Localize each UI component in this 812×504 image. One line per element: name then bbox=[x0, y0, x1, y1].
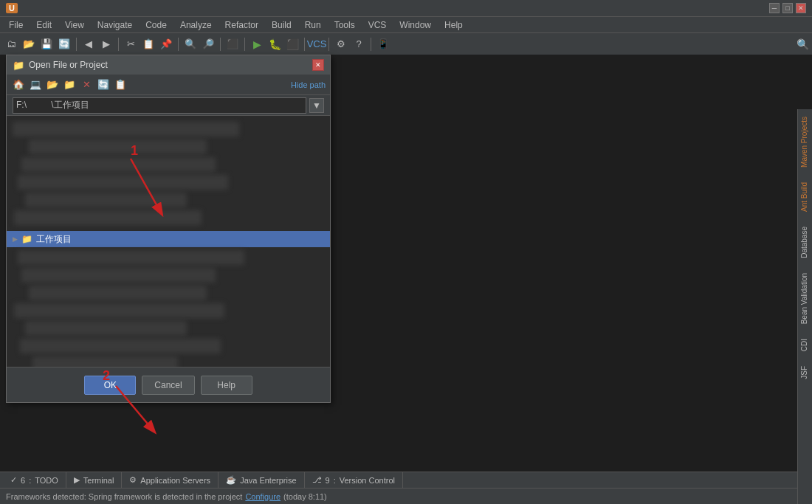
dialog-file-tree[interactable]: ▶ 📁 工作项目 bbox=[7, 116, 330, 367]
blur-row-7 bbox=[18, 250, 244, 265]
tab-java-enterprise[interactable]: ☕ Java Enterprise bbox=[219, 472, 304, 489]
new-project-button[interactable]: 🗂 bbox=[3, 36, 19, 52]
blur-row-9 bbox=[29, 286, 207, 300]
version-control-icon: ⎇ bbox=[312, 475, 322, 485]
close-button[interactable]: ✕ bbox=[796, 3, 806, 13]
blur-row-13 bbox=[32, 356, 178, 367]
tab-todo-text: TODO bbox=[35, 476, 58, 485]
dialog-desktop-button[interactable]: 💻 bbox=[28, 77, 43, 92]
replace-button[interactable]: 🔎 bbox=[200, 36, 216, 52]
tab-terminal[interactable]: ▶ Terminal bbox=[66, 472, 123, 489]
dialog-toolbar-left: 🏠 💻 📂 📁 ✕ 🔄 📋 bbox=[11, 77, 128, 92]
toolbar-separator5 bbox=[244, 38, 245, 51]
help-button[interactable]: ? bbox=[351, 36, 367, 52]
menu-help[interactable]: Help bbox=[438, 18, 469, 32]
title-bar-controls[interactable]: ─ □ ✕ bbox=[769, 3, 806, 13]
settings-button[interactable]: ⚙ bbox=[333, 36, 349, 52]
vtab-bean-validation[interactable]: Bean Validation bbox=[798, 266, 812, 331]
menu-build[interactable]: Build bbox=[266, 18, 297, 32]
menu-edit[interactable]: Edit bbox=[30, 18, 58, 32]
toolbar-separator8 bbox=[371, 38, 371, 51]
minimize-button[interactable]: ─ bbox=[769, 3, 780, 13]
tab-app-servers[interactable]: ⚙ Application Servers bbox=[122, 472, 219, 489]
title-bar: U ─ □ ✕ bbox=[0, 0, 812, 16]
menu-vcs[interactable]: VCS bbox=[362, 18, 393, 32]
copy-button[interactable]: 📋 bbox=[140, 36, 156, 52]
blur-row-5 bbox=[25, 193, 187, 207]
menu-refactor[interactable]: Refactor bbox=[219, 18, 264, 32]
dialog-ok-button[interactable]: OK bbox=[84, 376, 136, 395]
vtab-jsf[interactable]: JSF bbox=[798, 359, 812, 387]
maximize-button[interactable]: □ bbox=[782, 3, 793, 13]
status-message: Frameworks detected: Spring framework is… bbox=[6, 492, 242, 501]
forward-button[interactable]: ▶ bbox=[98, 36, 114, 52]
save-button[interactable]: 💾 bbox=[38, 36, 55, 52]
back-button[interactable]: ◀ bbox=[80, 36, 97, 52]
dialog-refresh-button[interactable]: 🔄 bbox=[96, 77, 111, 92]
blur-row-4 bbox=[18, 175, 228, 190]
dialog-delete-button[interactable]: ✕ bbox=[79, 77, 94, 92]
dialog-buttons: OK Cancel Help bbox=[7, 367, 330, 402]
tab-terminal-label: Terminal bbox=[83, 476, 114, 485]
dialog-toggle-button[interactable]: 📋 bbox=[113, 77, 128, 92]
dialog-close-button[interactable]: ✕ bbox=[312, 59, 324, 71]
open-dialog: 📁 Open File or Project ✕ 🏠 💻 📂 📁 ✕ 🔄 📋 H… bbox=[6, 55, 331, 403]
status-configure-link[interactable]: Configure bbox=[245, 492, 281, 501]
vtab-maven[interactable]: Maven Projects bbox=[798, 109, 812, 175]
dialog-title-text: Open File or Project bbox=[29, 60, 108, 70]
dialog-path-browse-button[interactable]: ▼ bbox=[309, 98, 324, 113]
terminal-icon: ▶ bbox=[74, 475, 80, 485]
blur-row-8 bbox=[21, 268, 216, 283]
menu-navigate[interactable]: Navigate bbox=[92, 18, 138, 32]
run-button[interactable]: ▶ bbox=[249, 36, 265, 52]
dialog-hide-path-label[interactable]: Hide path bbox=[291, 80, 326, 89]
sync-button[interactable]: 🔄 bbox=[56, 36, 72, 52]
dialog-help-button[interactable]: Help bbox=[201, 376, 252, 395]
tab-vc-num: 9 bbox=[326, 476, 330, 485]
search-button[interactable]: 🔍 bbox=[182, 36, 199, 52]
toolbar-separator3 bbox=[178, 38, 179, 51]
dialog-cancel-button[interactable]: Cancel bbox=[142, 376, 194, 395]
dialog-folder-icon: 📁 bbox=[13, 60, 24, 71]
tab-todo[interactable]: ✓ 6: TODO bbox=[3, 472, 66, 489]
vtab-ant[interactable]: Ant Build bbox=[798, 175, 812, 219]
android-button[interactable]: 📱 bbox=[375, 36, 391, 52]
blur-row-2 bbox=[29, 139, 207, 154]
menu-code[interactable]: Code bbox=[140, 18, 173, 32]
title-bar-icon: U bbox=[6, 3, 18, 13]
tree-item-gongzuoxiangmu[interactable]: ▶ 📁 工作项目 bbox=[7, 231, 330, 247]
open-button[interactable]: 📂 bbox=[21, 36, 37, 52]
dialog-home-button[interactable]: 🏠 bbox=[11, 77, 26, 92]
dialog-path-bar: ▼ bbox=[7, 95, 330, 116]
toolbar-separator7 bbox=[328, 38, 329, 51]
toolbar-separator4 bbox=[220, 38, 221, 51]
toolbar-separator bbox=[76, 38, 77, 51]
todo-icon: ✓ bbox=[10, 475, 17, 485]
tab-version-control[interactable]: ⎇ 9: Version Control bbox=[305, 472, 403, 489]
status-time: (today 8:11) bbox=[283, 492, 327, 501]
dialog-title-left: 📁 Open File or Project bbox=[13, 60, 108, 71]
vcs-update-button[interactable]: VCS bbox=[309, 36, 325, 52]
paste-button[interactable]: 📌 bbox=[158, 36, 174, 52]
stop-button[interactable]: ⬛ bbox=[284, 36, 300, 52]
vtab-cdi[interactable]: CDI bbox=[798, 331, 812, 359]
menu-window[interactable]: Window bbox=[393, 18, 437, 32]
toolbar-search-button[interactable]: 🔍 bbox=[796, 38, 809, 50]
dialog-path-input[interactable] bbox=[13, 97, 306, 114]
menu-tools[interactable]: Tools bbox=[328, 18, 361, 32]
menu-file[interactable]: File bbox=[3, 18, 29, 32]
dialog-new-folder-button[interactable]: 📁 bbox=[62, 77, 77, 92]
bottom-tabs: ✓ 6: TODO ▶ Terminal ⚙ Application Serve… bbox=[0, 472, 812, 488]
vtab-database[interactable]: Database bbox=[798, 219, 812, 266]
tab-vc-colon: : bbox=[334, 476, 336, 485]
menu-analyze[interactable]: Analyze bbox=[174, 18, 218, 32]
toolbar-separator6 bbox=[304, 38, 305, 51]
debug-button[interactable]: 🐛 bbox=[266, 36, 283, 52]
app-servers-icon: ⚙ bbox=[129, 475, 137, 485]
menu-run[interactable]: Run bbox=[299, 18, 327, 32]
dialog-folder-open-button[interactable]: 📂 bbox=[45, 77, 60, 92]
breakpoint-button[interactable]: ⬛ bbox=[224, 36, 241, 52]
menu-view[interactable]: View bbox=[59, 18, 90, 32]
app-icon: U bbox=[6, 3, 18, 13]
cut-button[interactable]: ✂ bbox=[123, 36, 139, 52]
